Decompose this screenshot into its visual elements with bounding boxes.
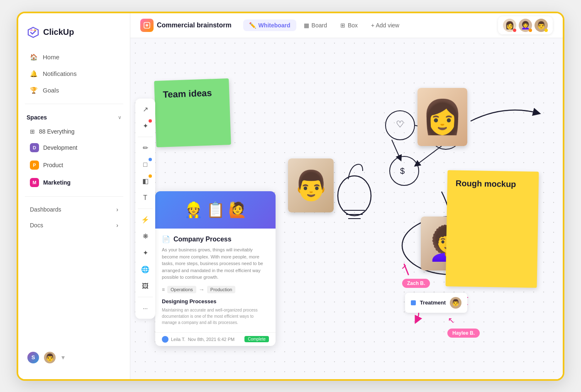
add-view-button[interactable]: + Add view (365, 19, 405, 31)
svg-text:♡: ♡ (396, 119, 404, 129)
flow-to-text: Production (210, 287, 232, 292)
sidebar: ClickUp 🏠 Home 🔔 Notifications 🏆 Goals S… (18, 13, 130, 379)
goals-label: Goals (43, 87, 59, 94)
everything-icon: ⊞ (30, 128, 35, 135)
doc-section-title: Designing Processes (162, 298, 269, 304)
tool-text[interactable]: T (138, 190, 153, 205)
doc-status-badge: Complete (244, 336, 269, 342)
svg-marker-0 (28, 27, 38, 37)
collab-3: 👨 (535, 19, 548, 32)
tool-sticky-dot (149, 174, 152, 178)
doc-card-company-process[interactable]: 👷 📋 🙋 📄 Company Process As your business… (155, 191, 276, 346)
sidebar-item-development[interactable]: D Development (22, 139, 127, 156)
box-tab-icon: ⊞ (340, 22, 345, 29)
collab-dot-2 (529, 29, 532, 32)
doc-user: Leila T. Nov 8th, 2021 6:42 PM (162, 336, 234, 343)
treatment-label: Treatment (420, 299, 446, 306)
sidebar-item-goals[interactable]: 🏆 Goals (22, 83, 127, 98)
user-avatar-img: 👨 (43, 351, 56, 364)
trophy-icon: 🏆 (30, 87, 38, 94)
sidebar-item-marketing[interactable]: M Marketing (22, 174, 127, 191)
development-label: Development (43, 144, 78, 151)
sticky-note-rough-mockup[interactable]: Rough mockup (446, 170, 539, 288)
user-avatar-s: S (27, 351, 40, 364)
list-icon: ≡ (162, 287, 165, 292)
sticky-note-team-ideas[interactable]: Team ideas (154, 78, 231, 147)
flow-from-badge: Operations (167, 286, 196, 293)
collaborator-avatars: 👩 👩‍🦱 👨 (498, 16, 553, 34)
doc-timestamp: Nov 8th, 2021 6:42 PM (188, 337, 235, 342)
tools-divider-2 (138, 208, 153, 209)
sidebar-item-dashboards[interactable]: Dashboards › (22, 202, 127, 217)
sticky-yellow-text: Rough mockup (456, 178, 516, 189)
tools-panel: ↗ ✦ ✏ □ ◧ T ⚡ ❋ ✦ (135, 98, 155, 319)
sidebar-item-docs[interactable]: Docs › (22, 218, 127, 233)
svg-text:$: $ (400, 166, 405, 175)
chevron-right-icon-docs: › (116, 222, 118, 229)
doc-section-text: Maintaining an accurate and well-organiz… (162, 307, 269, 326)
app-name: ClickUp (43, 27, 74, 37)
tools-divider-1 (138, 136, 153, 137)
chevron-right-icon: › (116, 206, 118, 213)
tool-sticky[interactable]: ◧ (138, 173, 153, 188)
spaces-title: Spaces (27, 114, 47, 121)
tool-connector[interactable]: ⚡ (138, 212, 153, 227)
collab-dot-3 (544, 29, 548, 32)
spaces-section-header: Spaces ∨ (18, 111, 130, 124)
marketing-badge: M (30, 178, 39, 187)
treatment-card[interactable]: Treatment 👨 (405, 293, 467, 313)
sidebar-item-home[interactable]: 🏠 Home (22, 49, 127, 65)
tool-sparkle[interactable]: ✦ (138, 245, 153, 260)
tool-rectangle[interactable]: □ (138, 157, 153, 172)
board-tab-label: Board (312, 22, 327, 29)
doc-card-desc: As your business grows, things will inev… (162, 246, 269, 281)
view-tabs: ✏️ Whiteboard ▦ Board ⊞ Box + Add view (243, 19, 405, 31)
sidebar-item-notifications[interactable]: 🔔 Notifications (22, 66, 127, 82)
flow-to-badge: Production (207, 286, 236, 293)
logo-area: ClickUp (18, 22, 130, 49)
flow-from-text: Operations (171, 287, 193, 292)
whiteboard-tab-icon: ✏️ (249, 22, 256, 29)
collab-1: 👩 (503, 19, 516, 32)
tool-pen[interactable]: ✏ (138, 140, 153, 155)
chevron-down-icon[interactable]: ∨ (118, 114, 122, 120)
everything-label: 88 Everything (39, 128, 75, 135)
person-photo-1: 👨 (288, 158, 334, 212)
tab-whiteboard[interactable]: ✏️ Whiteboard (243, 19, 296, 31)
flow-arrow: → (199, 286, 205, 293)
tab-board[interactable]: ▦ Board (298, 19, 333, 31)
marketing-label: Marketing (43, 179, 71, 186)
treatment-color-swatch (411, 300, 416, 305)
whiteboard-canvas[interactable]: ↗ ✦ ✏ □ ◧ T ⚡ ❋ ✦ (130, 38, 563, 379)
doc-card-footer: Leila T. Nov 8th, 2021 6:42 PM Complete (155, 332, 276, 346)
person-2-bg: 👩 (417, 88, 467, 146)
cursor-label-zach: Zach B. (402, 279, 430, 288)
dashboards-label: Dashboards (30, 206, 61, 213)
clickup-logo-icon (27, 26, 40, 39)
tool-select[interactable]: ↗ (138, 102, 153, 117)
sidebar-item-everything[interactable]: ⊞ 88 Everything (22, 124, 127, 139)
tool-brush[interactable]: ✦ (138, 118, 153, 133)
toolbar: Commercial brainstorm ✏️ Whiteboard ▦ Bo… (130, 13, 563, 38)
tool-rect-dot (149, 158, 152, 161)
svg-point-3 (338, 176, 371, 216)
tool-brush-dot (149, 119, 152, 122)
svg-point-4 (386, 111, 415, 140)
app-frame: ClickUp 🏠 Home 🔔 Notifications 🏆 Goals S… (17, 12, 564, 381)
user-dropdown-icon[interactable]: ▾ (61, 353, 65, 361)
tool-more[interactable]: ··· (138, 300, 153, 315)
doc-card-header: 👷 📋 🙋 (155, 191, 276, 229)
cursor-haylee-text: Haylee B. (452, 330, 475, 336)
tab-box[interactable]: ⊞ Box (334, 19, 364, 31)
tool-image[interactable]: 🖼 (138, 278, 153, 293)
product-badge: P (30, 161, 39, 170)
whiteboard-tab-label: Whiteboard (259, 22, 290, 29)
person-1-bg: 👨 (288, 158, 334, 212)
tool-network[interactable]: ❋ (138, 229, 153, 243)
doc-icon: 📄 (162, 235, 170, 243)
sidebar-item-product[interactable]: P Product (22, 157, 127, 173)
sidebar-divider-2 (25, 196, 123, 197)
svg-point-2 (146, 24, 148, 27)
tool-globe[interactable]: 🌐 (138, 262, 153, 277)
project-name: Commercial brainstorm (157, 22, 232, 29)
